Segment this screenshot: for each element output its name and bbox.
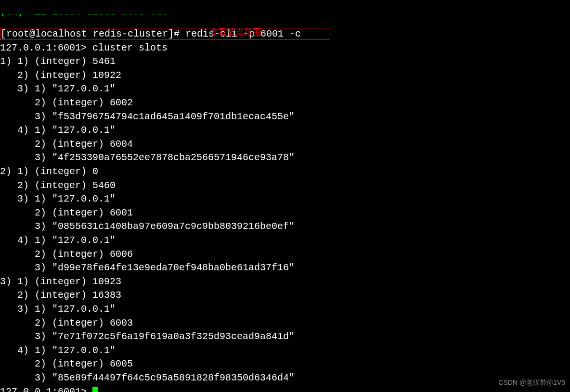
output-line: 4) 1) "127.0.0.1" [0, 124, 570, 138]
output-line: 1) 1) (integer) 5461 [0, 55, 570, 69]
output-line: 3) "f53d796754794c1ad645a1409f701db1ecac… [0, 110, 570, 124]
command-highlight-box: [root@localhost redis-cluster]# redis-cl… [0, 28, 330, 40]
redis-cli-prompt: 127.0.0.1:6001> [0, 42, 92, 53]
annotation-label: 查看节点范围 [209, 26, 261, 39]
redis-cli-prompt-final[interactable]: 127.0.0.1:6001> [0, 386, 92, 392]
output-line: 2) 1) (integer) 0 [0, 165, 570, 179]
output-line: 4) 1) "127.0.0.1" [0, 344, 570, 358]
output-line: 2) (integer) 10922 [0, 69, 570, 83]
output-line: 2) (integer) 6004 [0, 138, 570, 152]
output-line: 2) (integer) 6006 [0, 248, 570, 262]
output-line: 2) (integer) 6002 [0, 96, 570, 110]
watermark-text: CSDN @老汉带你1V5 [498, 378, 565, 387]
output-line: 3) 1) "127.0.0.1" [0, 192, 570, 206]
output-line: 3) 1) "127.0.0.1" [0, 303, 570, 316]
output-line: 3) "4f253390a76552ee7878cba2566571946ce9… [0, 151, 570, 165]
output-line: 3) "85e89f44497f64c5c95a5891828f98350d63… [0, 371, 570, 385]
cursor-icon [92, 387, 98, 392]
output-line: 3) "0855631c1408ba97e609a7c9c9bb8039216b… [0, 220, 570, 234]
redis-cli-command[interactable]: cluster slots [92, 42, 168, 53]
partial-top-line: [OK] All 16384 slots covered. [0, 14, 168, 17]
output-line: 2) (integer) 6001 [0, 206, 570, 220]
output-line: 2) (integer) 5460 [0, 179, 570, 193]
shell-prompt: [root@localhost redis-cluster]# [0, 28, 185, 39]
output-line: 2) (integer) 6003 [0, 316, 570, 330]
output-line: 2) (integer) 6005 [0, 357, 570, 371]
output-line: 3) 1) "127.0.0.1" [0, 82, 570, 96]
output-line: 2) (integer) 16383 [0, 289, 570, 303]
output-line: 3) 1) (integer) 10923 [0, 275, 570, 289]
output-line: 3) "7e71f072c5f6a19f619a0a3f325d93cead9a… [0, 330, 570, 344]
terminal-output: [OK] All 16384 slots covered.[root@local… [0, 0, 570, 392]
output-line: 3) "d99e78fe64fe13e9eda70ef948ba0be61ad3… [0, 261, 570, 275]
output-line: 4) 1) "127.0.0.1" [0, 234, 570, 248]
